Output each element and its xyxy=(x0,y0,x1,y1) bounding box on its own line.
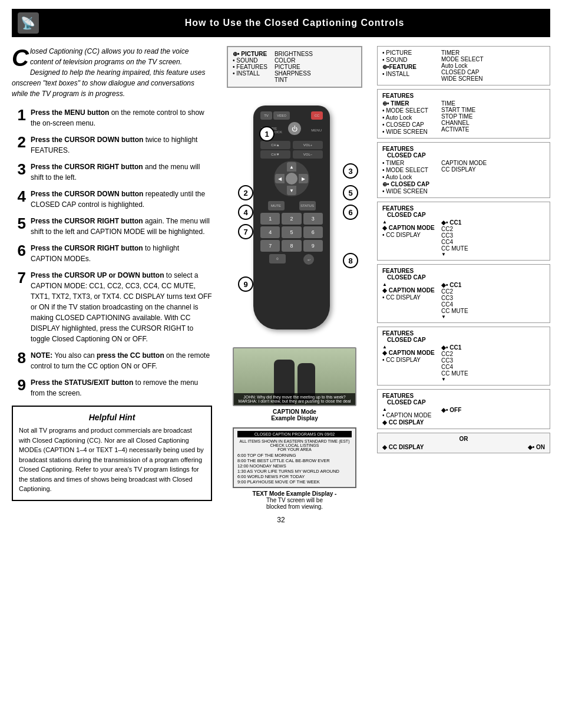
dropcap: C xyxy=(12,46,29,70)
step-number-9: 9 xyxy=(12,377,26,393)
remote-container: TV VIDEO CC PICTURE LIST CLOCK ⏻ MENU xyxy=(230,94,359,341)
panel5-right-cc3: CC3 xyxy=(441,295,468,301)
step-number-8: 8 xyxy=(12,350,26,365)
remote-num-6[interactable]: 6 xyxy=(303,226,323,238)
remote-last-btn[interactable]: ↩ xyxy=(303,254,314,265)
panel2-right-activate: ACTIVATE xyxy=(441,126,475,133)
panel2-item-mode: • MODE SELECT xyxy=(382,107,435,114)
step-text-8: NOTE: You also can press the CC button o… xyxy=(31,350,212,371)
caption-mode-label: CAPTION Mode xyxy=(230,409,359,415)
tv-menu-top-right-2: COLOR xyxy=(275,57,313,64)
left-column: C losed Captioning (CC) allows you to re… xyxy=(12,46,212,510)
remote-btn-cc[interactable]: CC xyxy=(311,111,323,120)
remote-status-btn[interactable]: STATUS xyxy=(299,201,316,210)
remote-num-5[interactable]: 5 xyxy=(282,226,301,238)
remote-num-1[interactable]: 1 xyxy=(260,213,280,225)
bottom-panel: OR ◆ CC DISPLAY ◆• ON xyxy=(377,433,550,453)
remote-nav-right[interactable]: ▶ xyxy=(299,174,308,183)
remote-0-btn[interactable]: 0 xyxy=(269,254,286,263)
text-mode-sublabel: The TV screen will beblocked from viewin… xyxy=(233,497,356,510)
page-title: How to Use the Closed Captioning Control… xyxy=(45,18,544,28)
remote-mute-btn[interactable]: MUTE xyxy=(268,201,285,210)
page: 📡 How to Use the Closed Captioning Contr… xyxy=(0,0,562,728)
remote-vol-up[interactable]: VOL+ xyxy=(293,141,323,149)
panel6-item-captionmode: ◆ CAPTION MODE xyxy=(382,350,435,356)
menu-panel-4: FEATURES CLOSED CAP ▲ ◆ CAPTION MODE • C… xyxy=(377,202,550,261)
right-column: • PICTURE • SOUND ⊕•FEATURE • INSTALL TI… xyxy=(377,46,550,510)
text-mode-subheader: ALL ITEMS SHOWN IN EASTERN STANDARD TIME… xyxy=(237,439,352,452)
hint-title: Helpful Hint xyxy=(19,413,205,422)
remote-num-9[interactable]: 9 xyxy=(303,240,323,252)
text-mode-header: CLOSED CAPTION PROGRAMS ON 09/02 xyxy=(237,431,352,437)
step-2: 2 Press the CURSOR DOWN button twice to … xyxy=(12,134,212,156)
step-number-4: 4 xyxy=(12,189,26,204)
remote-nav-left[interactable]: ◀ xyxy=(275,174,285,183)
hint-box: Helpful Hint Not all TV programs and pro… xyxy=(12,406,212,501)
remote-num-7[interactable]: 7 xyxy=(260,240,280,252)
remote-nav-down[interactable]: ▼ xyxy=(287,186,296,195)
panel3-item-autolock: • Auto Lock xyxy=(382,174,435,180)
remote-ch-up[interactable]: CH▲ xyxy=(260,141,290,149)
bottom-cc-display: ◆ CC DISPLAY xyxy=(382,444,424,450)
panel2-item-closedcap: • CLOSED CAP xyxy=(382,121,435,128)
step-number-1: 1 xyxy=(12,107,26,123)
remote-nav-circle: ▲ ▼ ◀ ▶ xyxy=(274,161,309,196)
remote-ch-down[interactable]: CH▼ xyxy=(260,150,290,159)
panel2-right-time: TIME xyxy=(441,100,475,107)
bottom-row: ◆ CC DISPLAY ◆• ON xyxy=(382,444,545,450)
panel4-right-cc2: CC2 xyxy=(441,226,468,232)
step-text-9: Press the STATUS/EXIT button to remove t… xyxy=(31,377,212,398)
remote-btn-video[interactable]: VIDEO xyxy=(273,111,290,120)
remote-step-label-5: 5 xyxy=(343,185,358,200)
panel3-subtitle: CLOSED CAP xyxy=(387,152,545,159)
middle-column: ⊕• PICTURE • SOUND • FEATURES • INSTALL … xyxy=(221,46,368,510)
tv-menu-top-item-3: • FEATURES xyxy=(233,64,267,70)
remote-power-button[interactable]: ⏻ xyxy=(288,122,301,135)
step-number-6: 6 xyxy=(12,243,26,258)
panel6-right-cc3: CC3 xyxy=(441,357,468,364)
bottom-cc-on: ◆• ON xyxy=(528,444,545,450)
remote-nav-ok[interactable] xyxy=(286,173,297,185)
panel4-right-ccmute: CC MUTE xyxy=(441,245,468,252)
panel3-item-closedcap: ⊕• CLOSED CAP xyxy=(382,181,435,187)
panel4-item-captionmode: ◆ CAPTION MODE xyxy=(382,225,435,231)
text-mode-box: CLOSED CAPTION PROGRAMS ON 09/02 ALL ITE… xyxy=(233,427,356,488)
panel5-right-cc1: ◆• CC1 xyxy=(441,282,468,288)
menu-panel-6: FEATURES CLOSED CAP ▲ ◆ CAPTION MODE • C… xyxy=(377,327,550,386)
remote-btn-tv[interactable]: TV xyxy=(260,111,272,120)
remote-num-2[interactable]: 2 xyxy=(282,213,301,225)
steps-section: 1 Press the MENU button on the remote co… xyxy=(12,107,212,398)
remote-vol-down[interactable]: VOL− xyxy=(293,150,323,159)
step-number-2: 2 xyxy=(12,134,26,150)
panel3-item-mode: • MODE SELECT xyxy=(382,167,435,173)
caption-line-2: MARSHA: I don't know, but they are pushi… xyxy=(236,399,353,403)
panel6-title: FEATURES xyxy=(382,330,545,337)
remote-num-3[interactable]: 3 xyxy=(303,213,323,225)
menu-panel-7: FEATURES CLOSED CAP ▲ • CAPTION MODE ◆ C… xyxy=(377,389,550,429)
step-text-7: Press the CURSOR UP or DOWN button to se… xyxy=(31,270,212,344)
remote-nav-up[interactable]: ▲ xyxy=(287,162,296,172)
panel6-right-cc4: CC4 xyxy=(441,364,468,370)
panel1-item-picture: • PICTURE xyxy=(382,50,435,56)
text-mode-label: TEXT Mode Example Display - xyxy=(233,490,356,497)
remote-step-label-3: 3 xyxy=(343,163,358,179)
intro-text: C losed Captioning (CC) allows you to re… xyxy=(12,46,212,99)
panel1-item-install: • INSTALL xyxy=(382,71,435,77)
panel1-right-autolock: Auto Lock xyxy=(441,62,484,69)
caption-mode-sublabel: Example Display xyxy=(230,415,359,421)
panel4-right-cc1: ◆• CC1 xyxy=(441,219,468,226)
text-mode-example: CLOSED CAPTION PROGRAMS ON 09/02 ALL ITE… xyxy=(233,427,356,510)
page-header: 📡 How to Use the Closed Captioning Contr… xyxy=(12,9,550,37)
header-icon: 📡 xyxy=(18,12,39,34)
panel5-title: FEATURES xyxy=(382,268,545,274)
step-text-5: Press the CURSOR RIGHT button again. The… xyxy=(31,216,212,237)
remote-num-8[interactable]: 8 xyxy=(282,240,301,252)
step-text-2: Press the CURSOR DOWN button twice to hi… xyxy=(31,134,212,156)
step-4: 4 Press the CURSOR DOWN button repeatedl… xyxy=(12,189,212,210)
panel4-subtitle: CLOSED CAP xyxy=(387,212,545,218)
remote-num-4[interactable]: 4 xyxy=(260,226,280,238)
panel3-title: FEATURES xyxy=(382,146,545,152)
panel6-subtitle: CLOSED CAP xyxy=(387,337,545,343)
panel5-right-cc4: CC4 xyxy=(441,301,468,308)
step-number-7: 7 xyxy=(12,270,26,285)
